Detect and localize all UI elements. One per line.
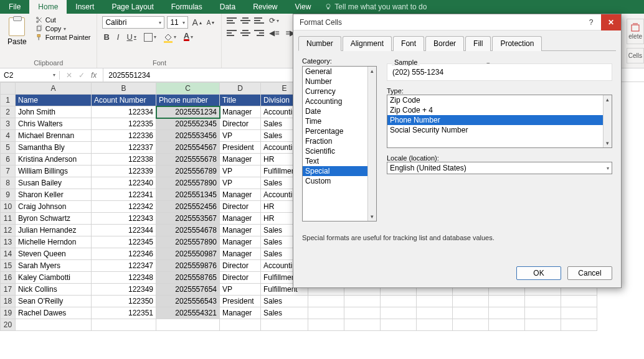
dlg-tab-border[interactable]: Border <box>425 36 464 51</box>
cell[interactable] <box>308 307 344 319</box>
cell[interactable]: Phone number <box>156 95 220 106</box>
orientation-button[interactable]: ⟳▾ <box>268 16 280 25</box>
row-header[interactable]: 9 <box>1 189 16 201</box>
cell[interactable] <box>453 307 489 319</box>
cell[interactable]: 122334 <box>92 106 156 118</box>
cell[interactable]: 122337 <box>92 142 156 154</box>
row-header[interactable]: 10 <box>1 201 16 213</box>
cell[interactable]: Manager <box>220 154 261 166</box>
cell[interactable] <box>381 296 417 307</box>
cell[interactable]: 122351 <box>92 307 156 319</box>
cell[interactable] <box>525 296 561 307</box>
cell[interactable] <box>381 319 417 331</box>
row-header[interactable]: 12 <box>1 225 16 236</box>
fill-color-button[interactable]: ▾ <box>163 33 178 42</box>
increase-font-button[interactable]: A▴ <box>191 17 202 27</box>
tab-view[interactable]: View <box>286 0 320 14</box>
cell[interactable] <box>489 307 525 319</box>
category-item[interactable]: Time <box>303 116 376 126</box>
category-item[interactable]: Fraction <box>303 136 376 146</box>
cell[interactable]: Craig Johnson <box>16 201 92 213</box>
cell[interactable]: 2025552456 <box>156 201 220 213</box>
cell[interactable]: 2025554678 <box>156 225 220 236</box>
row-header[interactable]: 11 <box>1 213 16 225</box>
ok-button[interactable]: OK <box>516 266 561 280</box>
row-header[interactable]: 3 <box>1 118 16 130</box>
type-item[interactable]: Social Security Number <box>387 125 612 135</box>
select-all-corner[interactable] <box>1 83 16 95</box>
dlg-tab-fill[interactable]: Fill <box>465 36 491 51</box>
category-item[interactable]: Accounting <box>303 96 376 106</box>
cell[interactable]: VP <box>220 177 261 189</box>
bold-button[interactable]: B <box>102 32 110 42</box>
row-header[interactable]: 17 <box>1 284 16 296</box>
tab-insert[interactable]: Insert <box>67 0 103 14</box>
tab-home[interactable]: Home <box>29 0 67 14</box>
cell[interactable]: 2025556789 <box>156 166 220 177</box>
cell[interactable]: 2025555678 <box>156 154 220 166</box>
cell[interactable]: Manager <box>220 236 261 248</box>
row-header[interactable]: 1 <box>1 95 16 106</box>
cell[interactable]: Sharon Keller <box>16 189 92 201</box>
category-listbox[interactable]: GeneralNumberCurrencyAccountingDateTimeP… <box>302 66 377 221</box>
cell[interactable]: Kristina Anderson <box>16 154 92 166</box>
cell[interactable]: 122345 <box>92 236 156 248</box>
tab-formulas[interactable]: Formulas <box>163 0 211 14</box>
cell[interactable] <box>156 319 220 331</box>
cell[interactable]: 2025559876 <box>156 260 220 272</box>
cell[interactable]: 122349 <box>92 284 156 296</box>
row-header[interactable]: 2 <box>1 106 16 118</box>
cell[interactable]: Manager <box>220 225 261 236</box>
cell[interactable]: 122336 <box>92 130 156 142</box>
decrease-indent-button[interactable]: ◀≡ <box>268 29 280 37</box>
delete-stub[interactable]: elete <box>627 19 644 44</box>
dialog-titlebar[interactable]: Format Cells ? ✕ <box>293 14 621 30</box>
cell[interactable]: Title <box>220 95 261 106</box>
cell[interactable]: 2025557890 <box>156 177 220 189</box>
scroll-up-icon[interactable]: ▴ <box>368 67 376 75</box>
cell[interactable]: 122335 <box>92 118 156 130</box>
cell[interactable]: 122339 <box>92 166 156 177</box>
dlg-tab-alignment[interactable]: Alignment <box>343 36 392 51</box>
cell[interactable]: Manager <box>220 248 261 260</box>
cell[interactable]: 122340 <box>92 177 156 189</box>
tab-data[interactable]: Data <box>211 0 244 14</box>
cell[interactable]: Steven Queen <box>16 248 92 260</box>
cell[interactable]: VP <box>220 130 261 142</box>
row-header[interactable]: 14 <box>1 248 16 260</box>
cell[interactable]: Julian Hernandez <box>16 225 92 236</box>
cell[interactable] <box>417 296 453 307</box>
type-scrollbar[interactable]: ▴ ▾ <box>603 95 612 147</box>
table-row[interactable]: 19Rachel Dawes1223512025554321ManagerSal… <box>1 307 597 319</box>
cell[interactable]: 2025557654 <box>156 284 220 296</box>
type-item[interactable]: Zip Code <box>387 95 612 105</box>
row-header[interactable]: 13 <box>1 236 16 248</box>
copy-button[interactable]: Copy ▾ <box>34 25 92 32</box>
category-item[interactable]: Custom <box>303 176 376 186</box>
col-header-B[interactable]: B <box>92 83 156 95</box>
type-item[interactable]: Phone Number <box>387 115 612 125</box>
row-header[interactable]: 15 <box>1 260 16 272</box>
tell-me[interactable]: Tell me what you want to do <box>324 0 427 14</box>
cell[interactable]: 122350 <box>92 296 156 307</box>
scroll-down-icon[interactable]: ▾ <box>604 139 612 147</box>
cell[interactable]: 2025551234 <box>156 106 220 118</box>
category-item[interactable]: Currency <box>303 86 376 96</box>
row-header[interactable]: 20 <box>1 319 16 331</box>
cell[interactable]: Chris Walters <box>16 118 92 130</box>
cell[interactable] <box>489 319 525 331</box>
tab-file[interactable]: File <box>0 0 29 14</box>
cell[interactable] <box>489 296 525 307</box>
cell[interactable]: John Smith <box>16 106 92 118</box>
confirm-edit-button[interactable]: ✓ <box>78 71 85 80</box>
cell[interactable]: Michael Brennan <box>16 130 92 142</box>
locale-select[interactable]: English (United States) ▾ <box>387 162 612 174</box>
tab-review[interactable]: Review <box>244 0 286 14</box>
cell[interactable]: Kaley Ciambotti <box>16 272 92 284</box>
cell[interactable]: Rachel Dawes <box>16 307 92 319</box>
font-name-select[interactable]: Calibri▾ <box>102 16 164 29</box>
dialog-close-button[interactable]: ✕ <box>601 14 621 30</box>
cell[interactable]: 2025554567 <box>156 142 220 154</box>
cell[interactable] <box>308 319 344 331</box>
cell[interactable]: 2025558765 <box>156 272 220 284</box>
